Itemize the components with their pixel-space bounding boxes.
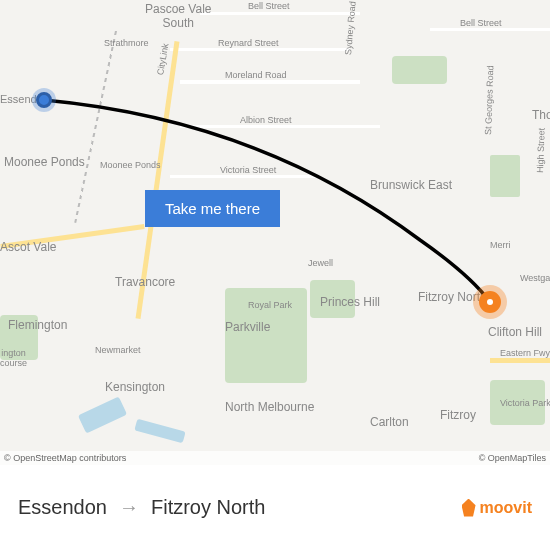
place-flemington: Flemington [8, 318, 67, 332]
place-fitzroy: Fitzroy [440, 408, 476, 422]
road-label-bell-st: Bell Street [248, 1, 290, 11]
road-line [170, 48, 350, 51]
road-label-reynard: Reynard Street [218, 38, 279, 48]
place-royal-park: Royal Park [248, 300, 292, 310]
road-label-eastern: Eastern Fwy [500, 348, 550, 358]
road-line [180, 125, 380, 128]
place-ington-course: ingtoncourse [0, 348, 27, 368]
place-pascoe-vale: Pascoe ValeSouth [145, 2, 212, 30]
road-line [170, 175, 320, 178]
destination-marker[interactable] [479, 291, 501, 313]
place-westgarth: Westgarth [520, 273, 550, 283]
park-area [392, 56, 447, 84]
moovit-logo[interactable]: moovit [462, 499, 532, 517]
origin-marker[interactable] [36, 92, 52, 108]
place-strathmore: Strathmore [104, 38, 149, 48]
road-label-victoria: Victoria Street [220, 165, 276, 175]
road-label-moreland: Moreland Road [225, 70, 287, 80]
road-label-high: High Street [535, 128, 547, 173]
highway-line [490, 358, 550, 363]
place-moonee-ponds-small: Moonee Ponds [100, 160, 161, 170]
road-label-albion: Albion Street [240, 115, 292, 125]
place-clifton-hill: Clifton Hill [488, 325, 542, 339]
place-jewell: Jewell [308, 258, 333, 268]
place-merri: Merri [490, 240, 511, 250]
place-north-melbourne: North Melbourne [225, 400, 314, 414]
place-newmarket: Newmarket [95, 345, 141, 355]
road-line [200, 12, 360, 15]
route-destination-label: Fitzroy North [151, 496, 265, 519]
place-tho: Tho [532, 108, 550, 122]
place-ascot-vale: Ascot Vale [0, 240, 56, 254]
arrow-right-icon: → [119, 496, 139, 519]
place-carlton: Carlton [370, 415, 409, 429]
take-me-there-button[interactable]: Take me there [145, 190, 280, 227]
map-container[interactable]: Bell Street Bell Street Reynard Street M… [0, 0, 550, 465]
place-fitzroy-north: Fitzroy North [418, 290, 487, 304]
place-moonee-ponds: Moonee Ponds [4, 155, 85, 169]
park-area [490, 155, 520, 197]
road-line [180, 80, 360, 84]
moovit-logo-text: moovit [480, 499, 532, 517]
attribution-right: © OpenMapTiles [479, 453, 546, 463]
map-attribution: © OpenStreetMap contributors © OpenMapTi… [0, 451, 550, 465]
route-summary: Essendon → Fitzroy North [18, 496, 265, 519]
place-brunswick-east: Brunswick East [370, 178, 452, 192]
place-parkville: Parkville [225, 320, 270, 334]
place-princes-hill: Princes Hill [320, 295, 380, 309]
attribution-left: © OpenStreetMap contributors [4, 453, 126, 463]
road-line [430, 28, 550, 31]
place-kensington: Kensington [105, 380, 165, 394]
route-footer: Essendon → Fitzroy North moovit [0, 465, 550, 550]
moovit-mark-icon [462, 499, 476, 517]
route-origin-label: Essendon [18, 496, 107, 519]
road-label-bell-st-2: Bell Street [460, 18, 502, 28]
place-travancore: Travancore [115, 275, 175, 289]
place-victoria-park: Victoria Park [500, 398, 550, 408]
